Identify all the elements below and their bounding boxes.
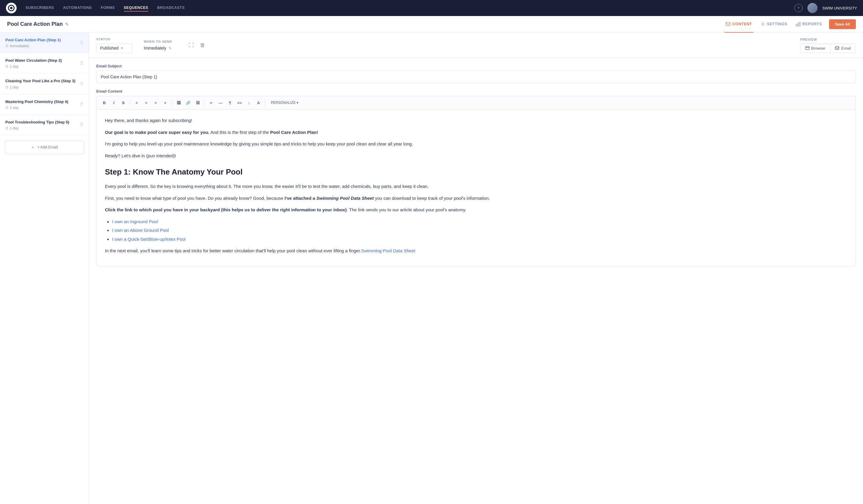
outdent-button[interactable]: ≡ [161, 99, 170, 107]
tab-settings[interactable]: SETTINGS [759, 16, 789, 33]
image-button[interactable]: 🖼 [174, 99, 183, 107]
page-title: Pool Care Action Plan ✎ [7, 21, 725, 27]
inground-pool-link[interactable]: I own an Inground Pool [112, 219, 158, 224]
avatar[interactable] [808, 3, 817, 13]
nav-forms[interactable]: FORMS [101, 4, 115, 12]
align-button[interactable]: ≡ [207, 99, 215, 107]
sidebar-item-meta-step2: ⏱ 1 day [5, 64, 77, 68]
sidebar-item-step4[interactable]: Mastering Pool Chemistry (Step 4) ⏱ 1 da… [0, 94, 89, 115]
sidebar-item-timing-step2: 1 day [10, 64, 18, 68]
main-layout: Pool Care Action Plan (Step 1) ⏱ Immedia… [0, 33, 863, 504]
sidebar-item-step3[interactable]: Cleaning Your Pool Like a Pro (Step 3) ⏱… [0, 74, 89, 94]
nav-items: SUBSCRIBERS AUTOMATIONS FORMS SEQUENCES … [26, 4, 795, 12]
closing-link[interactable]: Swimming Pool Data Sheet [361, 248, 415, 253]
sidebar-item-timing-step3: 1 day [10, 85, 18, 89]
status-value: Published [100, 46, 118, 50]
nav-automations[interactable]: AUTOMATIONS [63, 4, 92, 12]
plan-bold: Pool Care Action Plan! [270, 130, 318, 135]
clock-icon-step1: ⏱ [5, 44, 9, 48]
email-preview-button[interactable]: Email [830, 44, 855, 53]
nav-right: ? SWIM UNIVERSITY [795, 3, 857, 13]
strikethrough-button[interactable]: S [119, 99, 127, 107]
subject-input[interactable] [96, 70, 856, 83]
unordered-list-button[interactable]: ≡ [133, 99, 141, 107]
font-button[interactable]: A [254, 99, 263, 107]
svg-rect-2 [796, 24, 797, 26]
drag-handle-step3[interactable]: ⠿ [80, 81, 84, 87]
subject-field-label: Email Subject [96, 64, 856, 68]
data-sheet-ive: I've attached a [285, 196, 316, 201]
svg-rect-3 [798, 23, 799, 26]
paragraph-button[interactable]: ¶ [226, 99, 234, 107]
nav-broadcasts[interactable]: BROADCASTS [157, 4, 185, 12]
toolbar-divider-1 [130, 100, 130, 106]
nav-subscribers[interactable]: SUBSCRIBERS [26, 4, 54, 12]
trash-icon[interactable]: 🗑 [198, 40, 207, 50]
status-label: STATUS [96, 37, 132, 41]
unlink-button[interactable]: ⛓ [193, 99, 202, 107]
bold-button[interactable]: B [100, 99, 109, 107]
click-link-rest: . The link sends you to our article abou… [347, 207, 466, 212]
filter-icon[interactable]: ⛶ [187, 40, 196, 50]
header-bar: Pool Care Action Plan ✎ CONTENT SETTINGS… [0, 16, 863, 33]
sidebar-item-meta-step4: ⏱ 1 day [5, 106, 77, 110]
email-content-area[interactable]: Hey there, and thanks again for subscrib… [96, 109, 856, 266]
quickset-pool-link[interactable]: I own a Quick-Set/Blow-up/Intex Pool [112, 236, 186, 242]
italic-button[interactable]: I [110, 99, 118, 107]
sidebar-item-step2[interactable]: Pool Water Circulation (Step 2) ⏱ 1 day … [0, 53, 89, 74]
help-button[interactable]: ? [795, 4, 803, 12]
status-dropdown[interactable]: Published ▾ [96, 43, 132, 53]
email-icon [835, 46, 839, 50]
status-bar-actions: ⛶ 🗑 [187, 40, 207, 50]
clock-icon-step2: ⏱ [5, 65, 9, 68]
link-button[interactable]: 🔗 [184, 99, 192, 107]
tab-content[interactable]: CONTENT [725, 16, 753, 33]
table-button[interactable]: ↕ [245, 99, 253, 107]
clock-icon-step4: ⏱ [5, 106, 9, 109]
data-sheet-italic: Swimming Pool Data Sheet [316, 196, 374, 201]
browser-btn-label: Browser [811, 46, 826, 50]
tab-reports[interactable]: REPORTS [795, 16, 823, 33]
add-email-plus-icon: ＋ [31, 144, 35, 150]
sidebar-item-timing-step1: Immediately [10, 44, 29, 48]
drag-handle-step1[interactable]: ⠿ [80, 40, 84, 46]
when-edit-icon[interactable]: ✎ [168, 46, 172, 50]
drag-handle-step5[interactable]: ⠿ [80, 122, 84, 128]
sidebar-item-title-step4: Mastering Pool Chemistry (Step 4) [5, 99, 77, 104]
title-edit-icon[interactable]: ✎ [65, 22, 68, 27]
save-all-button[interactable]: Save All [829, 19, 856, 29]
browser-preview-button[interactable]: Browser [801, 44, 830, 53]
sidebar-item-timing-step5: 1 day [10, 126, 18, 130]
clock-icon-step5: ⏱ [5, 127, 9, 130]
when-to-send-value: Immediately ✎ [144, 46, 172, 50]
add-email-label: + Add Email [37, 145, 58, 149]
sidebar: Pool Care Action Plan (Step 1) ⏱ Immedia… [0, 33, 89, 504]
personalize-button[interactable]: PERSONALIZE ▾ [268, 100, 301, 106]
app-logo[interactable] [6, 3, 17, 13]
code-button[interactable]: <> [235, 99, 244, 107]
above-ground-pool-link[interactable]: I own an Above Ground Pool [112, 228, 169, 233]
list-item-inground: I own an Inground Pool [112, 218, 847, 225]
sidebar-item-meta-step5: ⏱ 1 day [5, 126, 77, 130]
ordered-list-button[interactable]: ≡ [142, 99, 150, 107]
add-email-button[interactable]: ＋ + Add Email [5, 140, 84, 154]
indent-button[interactable]: ≡ [152, 99, 160, 107]
sidebar-item-step1[interactable]: Pool Care Action Plan (Step 1) ⏱ Immedia… [0, 33, 89, 53]
preview-label: PREVIEW [800, 38, 856, 41]
hr-button[interactable]: — [216, 99, 225, 107]
top-navigation: SUBSCRIBERS AUTOMATIONS FORMS SEQUENCES … [0, 0, 863, 16]
brand-name: SWIM UNIVERSITY [822, 6, 857, 10]
page-title-text: Pool Care Action Plan [7, 21, 63, 27]
toolbar-divider-3 [204, 100, 204, 106]
ready-text: Ready? Let's dive in (pun intended)! [105, 152, 847, 160]
when-to-send-text: Immediately [144, 46, 166, 50]
drag-handle-step4[interactable]: ⠿ [80, 102, 84, 107]
preview-section: PREVIEW Browser Email [800, 38, 856, 53]
sidebar-item-meta-step1: ⏱ Immediately [5, 44, 77, 48]
list-item-above-ground: I own an Above Ground Pool [112, 227, 847, 234]
sidebar-item-step5[interactable]: Pool Troubleshooting Tips (Step 5) ⏱ 1 d… [0, 115, 89, 135]
nav-sequences[interactable]: SEQUENCES [124, 4, 149, 12]
sidebar-item-content-step3: Cleaning Your Pool Like a Pro (Step 3) ⏱… [5, 78, 77, 89]
drag-handle-step2[interactable]: ⠿ [80, 61, 84, 66]
editor-toolbar: B I S ≡ ≡ ≡ ≡ 🖼 🔗 ⛓ ≡ — ¶ <> ↕ A P [96, 96, 856, 109]
